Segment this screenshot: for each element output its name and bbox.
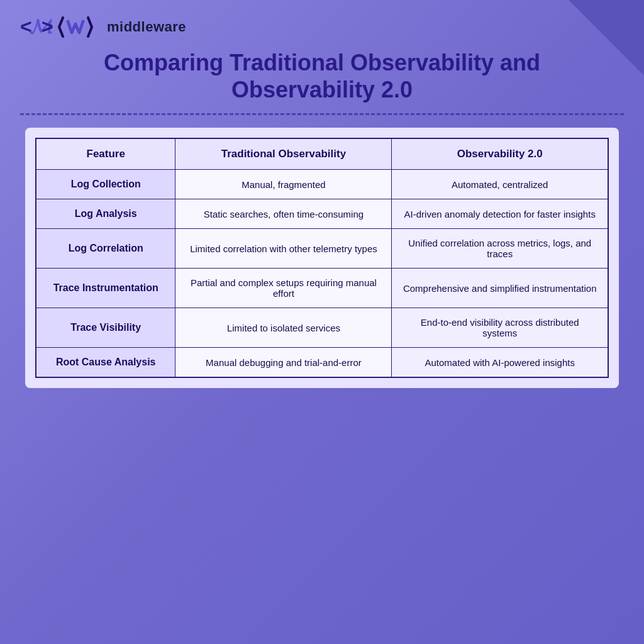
col-header-feature: Feature	[36, 138, 175, 170]
page-title: Comparing Traditional Observability and …	[33, 49, 611, 103]
cell-obs20: Comprehensive and simplified instrumenta…	[392, 269, 608, 308]
logo: < 𝓜 > middleware	[20, 15, 186, 39]
table-row: Root Cause AnalysisManual debugging and …	[36, 348, 608, 378]
svg-text:>: >	[42, 16, 53, 38]
cell-obs20: Unified correlation across metrics, logs…	[392, 229, 608, 269]
col-header-obs20: Observability 2.0	[392, 138, 608, 170]
cell-traditional: Manual debugging and trial-and-error	[175, 348, 392, 378]
cell-feature: Log Collection	[36, 170, 175, 199]
cell-obs20: Automated with AI-powered insights	[392, 348, 608, 378]
table-row: Log CorrelationLimited correlation with …	[36, 229, 608, 269]
cell-obs20: End-to-end visibility across distributed…	[392, 308, 608, 348]
comparison-table-wrapper: Feature Traditional Observability Observ…	[25, 128, 619, 388]
table-row: Trace VisibilityLimited to isolated serv…	[36, 308, 608, 348]
logo-icon: < 𝓜 >	[20, 16, 53, 38]
cell-obs20: Automated, centralized	[392, 170, 608, 199]
col-header-traditional: Traditional Observability	[175, 138, 392, 170]
cell-feature: Log Correlation	[36, 229, 175, 269]
header: < 𝓜 > middleware	[20, 15, 624, 39]
brand-logo-icon	[58, 15, 102, 39]
title-section: Comparing Traditional Observability and …	[20, 49, 624, 103]
divider	[20, 113, 624, 115]
cell-feature: Trace Instrumentation	[36, 269, 175, 308]
table-row: Log CollectionManual, fragmentedAutomate…	[36, 170, 608, 199]
cell-traditional: Static searches, often time-consuming	[175, 199, 392, 229]
cell-feature: Trace Visibility	[36, 308, 175, 348]
cell-traditional: Manual, fragmented	[175, 170, 392, 199]
cell-obs20: AI-driven anomaly detection for faster i…	[392, 199, 608, 229]
cell-feature: Root Cause Analysis	[36, 348, 175, 378]
table-row: Log AnalysisStatic searches, often time-…	[36, 199, 608, 229]
comparison-table: Feature Traditional Observability Observ…	[35, 138, 609, 378]
cell-traditional: Limited to isolated services	[175, 308, 392, 348]
logo-text: middleware	[107, 19, 186, 35]
cell-feature: Log Analysis	[36, 199, 175, 229]
table-row: Trace InstrumentationPartial and complex…	[36, 269, 608, 308]
table-header-row: Feature Traditional Observability Observ…	[36, 138, 608, 170]
cell-traditional: Partial and complex setups requiring man…	[175, 269, 392, 308]
cell-traditional: Limited correlation with other telemetry…	[175, 229, 392, 269]
